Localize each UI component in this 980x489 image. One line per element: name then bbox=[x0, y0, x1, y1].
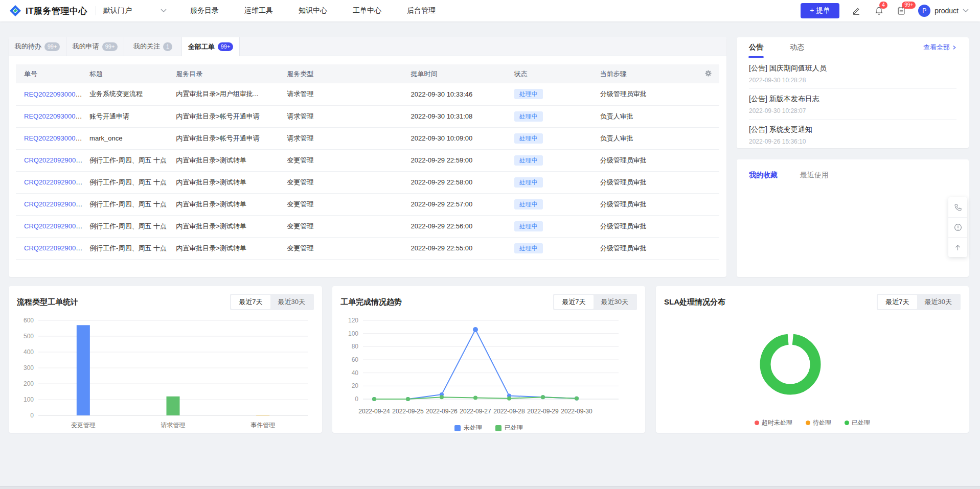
legend-item[interactable]: 超时未处理 bbox=[755, 418, 792, 427]
legend-dot-icon bbox=[755, 421, 759, 425]
status-badge: 处理中 bbox=[514, 243, 543, 253]
ticket-tab-2[interactable]: 我的申请99+ bbox=[66, 37, 124, 56]
ticket-id-link[interactable]: CRQ20220929000060 bbox=[24, 244, 87, 252]
cell-type: 请求管理 bbox=[285, 105, 408, 127]
cell-catalog: 内置审批目录>测试转单 bbox=[174, 215, 285, 237]
ticket-id-link[interactable]: REQ20220930000003 bbox=[24, 90, 87, 98]
ticket-id-link[interactable]: REQ20220930000002 bbox=[24, 112, 87, 120]
legend-item[interactable]: 未处理 bbox=[454, 424, 482, 432]
status-badge: 处理中 bbox=[514, 111, 543, 122]
app-logo[interactable]: IT服务管理中心 bbox=[9, 5, 87, 17]
ticket-id-link[interactable]: CRQ20220929000062 bbox=[24, 200, 87, 208]
ticket-id-link[interactable]: CRQ20220929000061 bbox=[24, 222, 87, 230]
table-row: REQ20220930000003业务系统变更流程内置审批目录>用户组审批...… bbox=[16, 83, 719, 105]
svg-text:500: 500 bbox=[24, 333, 34, 340]
cell-catalog: 内置审批目录>帐号开通申请 bbox=[174, 127, 285, 149]
nav-item-1[interactable]: 服务目录 bbox=[190, 6, 219, 15]
ticket-id-link[interactable]: CRQ20220929000063 bbox=[24, 178, 87, 186]
legend-label: 已处理 bbox=[505, 424, 523, 432]
range-30d[interactable]: 最近30天 bbox=[270, 295, 313, 309]
table-row: CRQ20220929000062例行工作-周四、周五 十点内置审批目录>测试转… bbox=[16, 193, 719, 215]
pencil-icon bbox=[852, 6, 861, 15]
cell-id: CRQ20220929000063 bbox=[16, 171, 87, 193]
nav-item-2[interactable]: 运维工具 bbox=[244, 6, 273, 15]
legend-swatch-icon bbox=[454, 425, 461, 431]
tab-count-badge: 99+ bbox=[102, 42, 118, 51]
cell-title: 例行工作-周四、周五 十点 bbox=[87, 171, 174, 193]
info-button[interactable] bbox=[948, 217, 967, 237]
cell-step: 负责人审批 bbox=[598, 105, 699, 127]
view-all-link[interactable]: 查看全部 bbox=[923, 43, 956, 52]
nav-item-4[interactable]: 工单中心 bbox=[353, 6, 381, 15]
announcement-title: [公告] 新版本发布日志 bbox=[749, 95, 956, 104]
submit-ticket-button[interactable]: + 提单 bbox=[801, 3, 839, 18]
chevron-down-icon bbox=[161, 9, 167, 13]
announcement-item[interactable]: [公告] 国庆期间值班人员2022-09-30 10:28:28 bbox=[749, 58, 956, 89]
todo-list[interactable]: 99+ bbox=[896, 5, 907, 16]
status-badge: 处理中 bbox=[514, 199, 543, 209]
tab-my-favorites[interactable]: 我的收藏 bbox=[749, 171, 778, 180]
table-row: REQ20220930000002账号开通申请内置审批目录>帐号开通申请请求管理… bbox=[16, 105, 719, 127]
legend-label: 已处理 bbox=[852, 418, 870, 427]
col-header: 当前步骤 bbox=[598, 64, 699, 83]
ticket-table-body: REQ20220930000003业务系统变更流程内置审批目录>用户组审批...… bbox=[16, 83, 719, 259]
notifications-bell[interactable]: 4 bbox=[873, 5, 884, 16]
tab-label: 我的关注 bbox=[133, 42, 160, 51]
back-to-top-button[interactable] bbox=[948, 237, 967, 257]
ticket-id-link[interactable]: CRQ20220929000064 bbox=[24, 156, 87, 164]
ticket-tab-1[interactable]: 我的待办99+ bbox=[9, 37, 66, 56]
column-settings[interactable] bbox=[699, 64, 719, 83]
edit-icon[interactable] bbox=[851, 5, 862, 16]
chart-header: 流程类型工单统计 最近7天 最近30天 bbox=[9, 286, 322, 310]
range-7d[interactable]: 最近7天 bbox=[554, 295, 593, 309]
cell-status: 处理中 bbox=[512, 171, 598, 193]
svg-text:2022-09-26: 2022-09-26 bbox=[426, 408, 458, 415]
svg-text:2022-09-25: 2022-09-25 bbox=[392, 408, 424, 415]
portal-label: 默认门户 bbox=[103, 6, 132, 15]
range-7d[interactable]: 最近7天 bbox=[231, 295, 270, 309]
status-badge: 处理中 bbox=[514, 221, 543, 231]
cell-time: 2022-09-29 22:58:00 bbox=[409, 171, 512, 193]
nav-item-3[interactable]: 知识中心 bbox=[299, 6, 327, 15]
range-30d[interactable]: 最近30天 bbox=[594, 295, 636, 309]
cell-step: 分级管理员审批 bbox=[598, 237, 699, 259]
tab-activity[interactable]: 动态 bbox=[790, 37, 804, 58]
ticket-tab-4[interactable]: 全部工单99+ bbox=[182, 37, 240, 56]
ticket-tab-3[interactable]: 我的关注1 bbox=[124, 37, 182, 56]
range-30d[interactable]: 最近30天 bbox=[917, 295, 960, 309]
completion-trend-card: 工单完成情况趋势 最近7天 最近30天 0204060801001202022-… bbox=[332, 286, 645, 433]
cell-status: 处理中 bbox=[512, 83, 598, 105]
cell-title: 账号开通申请 bbox=[87, 105, 174, 127]
svg-text:0: 0 bbox=[30, 412, 34, 419]
cell-type: 变更管理 bbox=[285, 215, 408, 237]
cell-status: 处理中 bbox=[512, 105, 598, 127]
announcement-item[interactable]: [公告] 新版本发布日志2022-09-30 10:28:07 bbox=[749, 89, 956, 120]
line-chart-legend: 未处理已处理 bbox=[340, 424, 637, 432]
cell-title: 例行工作-周四、周五 十点 bbox=[87, 193, 174, 215]
announcement-item[interactable]: [公告] 系统变更通知2022-09-26 15:36:10 bbox=[749, 120, 956, 150]
ticket-id-link[interactable]: REQ20220930000001 bbox=[24, 134, 87, 142]
tab-announcements[interactable]: 公告 bbox=[749, 37, 763, 58]
brand-logo-icon bbox=[9, 5, 21, 17]
ticket-tabs: 我的待办99+我的申请99+我的关注1全部工单99+ bbox=[9, 37, 726, 56]
contact-support-button[interactable] bbox=[948, 197, 967, 217]
cell-id: CRQ20220929000060 bbox=[16, 237, 87, 259]
cell-type: 变更管理 bbox=[285, 193, 408, 215]
cell-catalog: 内置审批目录>测试转单 bbox=[174, 171, 285, 193]
range-7d[interactable]: 最近7天 bbox=[878, 295, 917, 309]
legend-item[interactable]: 待处理 bbox=[806, 418, 831, 427]
cell-title: 例行工作-周四、周五 十点 bbox=[87, 237, 174, 259]
tab-recently-used[interactable]: 最近使用 bbox=[800, 171, 829, 180]
user-menu[interactable]: P product bbox=[918, 5, 969, 17]
tab-count-badge: 1 bbox=[163, 42, 172, 51]
cell-time: 2022-09-30 10:31:08 bbox=[409, 105, 512, 127]
svg-text:100: 100 bbox=[348, 330, 358, 337]
legend-item[interactable]: 已处理 bbox=[495, 424, 523, 432]
cell-id: CRQ20220929000064 bbox=[16, 149, 87, 171]
table-header-row: 单号 标题 服务目录 服务类型 提单时间 状态 当前步骤 bbox=[16, 64, 719, 83]
legend-label: 未处理 bbox=[464, 424, 482, 432]
portal-select[interactable]: 默认门户 bbox=[103, 6, 167, 15]
nav-item-5[interactable]: 后台管理 bbox=[407, 6, 436, 15]
donut-chart bbox=[664, 312, 961, 420]
legend-item[interactable]: 已处理 bbox=[845, 418, 870, 427]
